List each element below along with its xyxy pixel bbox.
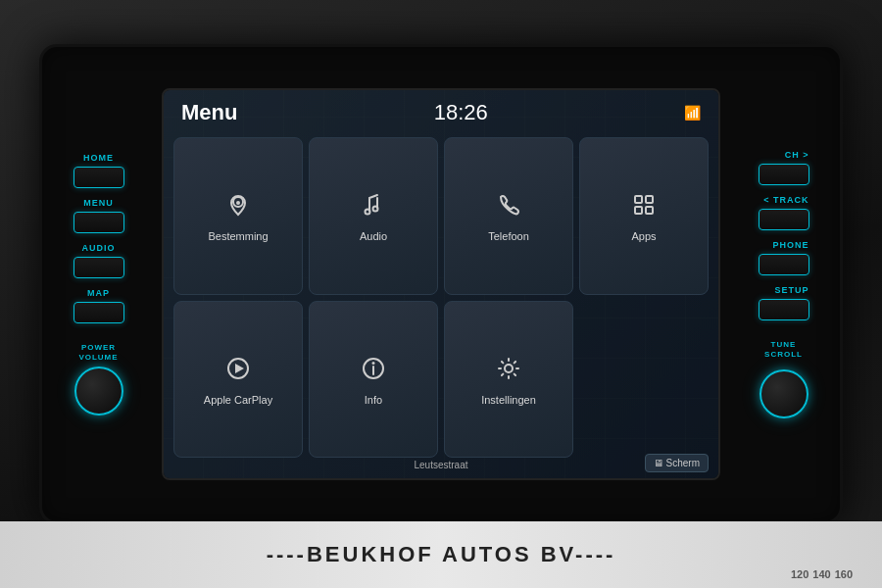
power-volume-knob[interactable] <box>74 367 123 416</box>
menu-button[interactable]: MENU <box>74 198 124 233</box>
map-label: MAP <box>87 288 110 298</box>
power-volume-area: POWERVOLUME <box>74 343 123 415</box>
speedometer: 120 140 160 <box>791 568 853 580</box>
info-icon <box>358 353 389 388</box>
carplay-label: Apple CarPlay <box>204 394 272 406</box>
settings-icon <box>493 353 524 388</box>
power-volume-label: POWERVOLUME <box>78 343 118 362</box>
bestemming-label: Bestemming <box>208 230 268 242</box>
menu-item-apps[interactable]: Apps <box>579 137 709 295</box>
setup-rect[interactable] <box>759 299 809 320</box>
speed-140: 140 <box>812 568 830 580</box>
apps-icon <box>628 189 660 224</box>
home-rect[interactable] <box>74 167 124 188</box>
info-label: Info <box>365 394 382 406</box>
svg-point-1 <box>236 201 240 205</box>
menu-item-info[interactable]: Info <box>309 301 438 459</box>
map-button[interactable]: MAP <box>74 288 124 323</box>
svg-rect-4 <box>635 196 642 203</box>
menu-item-bestemming[interactable]: Bestemming <box>173 137 303 295</box>
svg-point-2 <box>366 210 370 215</box>
audio-button[interactable]: AUDIO <box>74 243 124 278</box>
pin-icon <box>222 189 254 224</box>
svg-point-13 <box>505 365 513 372</box>
screen-icon: 🖥 <box>654 458 663 468</box>
screen-header: Menu 18:26 📶 <box>164 90 718 131</box>
screen-bottom: 🖥 Scherm <box>645 454 709 472</box>
phone-icon <box>493 189 524 224</box>
setup-label: SETUP <box>774 285 808 295</box>
audio-rect[interactable] <box>74 257 124 278</box>
menu-item-telefoon[interactable]: Telefoon <box>444 137 573 295</box>
home-label: HOME <box>83 153 114 163</box>
ch-rect[interactable] <box>759 164 809 185</box>
scherm-label: Scherm <box>666 458 700 468</box>
music-icon <box>358 189 389 224</box>
svg-point-3 <box>373 207 378 212</box>
instellingen-label: Instellingen <box>481 394 536 406</box>
dealer-banner: ----BEUKHOF AUTOS BV---- 120 140 160 <box>0 521 882 588</box>
screen-title: Menu <box>181 100 237 125</box>
track-label: < TRACK <box>763 195 808 205</box>
svg-rect-5 <box>646 196 653 203</box>
map-rect[interactable] <box>74 302 124 323</box>
svg-point-12 <box>372 362 375 365</box>
speed-120: 120 <box>791 568 808 580</box>
menu-rect[interactable] <box>74 212 124 233</box>
tune-scroll-knob[interactable] <box>760 369 808 418</box>
svg-rect-6 <box>635 207 642 214</box>
menu-item-audio[interactable]: Audio <box>309 137 438 295</box>
outer-frame: HOME MENU AUDIO MAP POWERVOLUME <box>0 0 882 588</box>
audio-label: Audio <box>360 230 387 242</box>
menu-item-empty <box>579 301 709 459</box>
speed-160: 160 <box>835 568 853 580</box>
telefoon-label: Telefoon <box>488 230 529 242</box>
car-unit: HOME MENU AUDIO MAP POWERVOLUME <box>39 44 843 524</box>
menu-label: MENU <box>83 198 114 208</box>
ch-button[interactable]: CH > <box>759 150 809 185</box>
setup-button[interactable]: SETUP <box>759 285 809 320</box>
tune-scroll-area: TUNESCROLL <box>760 340 808 417</box>
screen-inner: Menu 18:26 📶 <box>164 90 718 478</box>
tune-scroll-label: TUNESCROLL <box>764 340 803 359</box>
svg-rect-7 <box>646 207 653 214</box>
left-panel: HOME MENU AUDIO MAP POWERVOLUME <box>52 153 140 415</box>
carplay-icon <box>222 353 254 388</box>
apps-label: Apps <box>631 230 656 242</box>
right-panel: CH > < TRACK PHONE SETUP TUNESCROLL <box>742 150 830 417</box>
svg-marker-9 <box>235 364 244 373</box>
screen-time: 18:26 <box>434 100 488 125</box>
menu-grid: Bestemming Audio <box>164 131 718 466</box>
street-label: Leutsestraat <box>414 460 467 470</box>
screen: Menu 18:26 📶 <box>162 88 720 480</box>
menu-item-carplay[interactable]: Apple CarPlay <box>173 301 303 459</box>
dealer-name: ----BEUKHOF AUTOS BV---- <box>267 542 616 567</box>
home-button[interactable]: HOME <box>74 153 124 188</box>
scherm-button[interactable]: 🖥 Scherm <box>645 454 709 472</box>
phone-rect[interactable] <box>759 254 809 275</box>
phone-label: PHONE <box>772 240 808 250</box>
phone-button[interactable]: PHONE <box>759 240 809 275</box>
menu-item-instellingen[interactable]: Instellingen <box>444 301 573 459</box>
ch-label: CH > <box>785 150 809 160</box>
signal-icon: 📶 <box>684 105 701 121</box>
track-button[interactable]: < TRACK <box>759 195 809 230</box>
track-rect[interactable] <box>759 209 809 230</box>
audio-label: AUDIO <box>82 243 116 253</box>
